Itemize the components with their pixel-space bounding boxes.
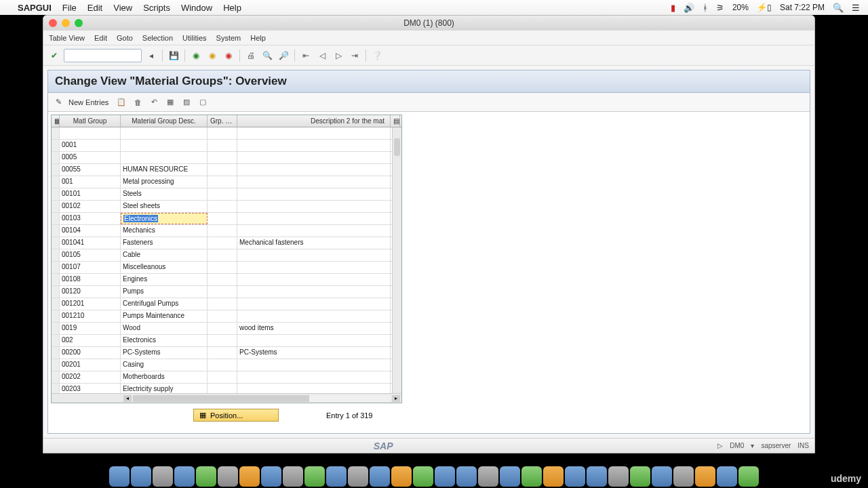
battery-icon[interactable]: ⚡▯ (757, 3, 772, 12)
row-selector[interactable] (52, 164, 60, 176)
mac-menu-edit[interactable]: Edit (87, 3, 102, 13)
col-desc[interactable]: Material Group Desc. (121, 115, 208, 127)
row-selector[interactable] (52, 310, 60, 322)
dock-item[interactable] (630, 466, 650, 487)
dock-item[interactable] (239, 466, 260, 487)
cell-c3[interactable] (208, 176, 237, 188)
dock-item[interactable] (587, 466, 607, 487)
cell-c4[interactable] (237, 274, 391, 285)
cancel-icon[interactable]: ◉ (222, 49, 235, 62)
table-row[interactable]: 00101Steels (52, 188, 401, 201)
dock-item[interactable] (348, 466, 368, 487)
copy-icon[interactable]: 📋 (115, 96, 127, 108)
horizontal-scrollbar[interactable]: ◂ ▸ (52, 393, 401, 403)
table-row[interactable]: 00105Cable (52, 249, 401, 262)
row-selector[interactable] (52, 213, 60, 224)
deselect-icon[interactable]: ▢ (197, 96, 209, 108)
dock-item[interactable] (565, 466, 585, 487)
menu-selection[interactable]: Selection (142, 34, 173, 42)
recording-icon[interactable]: ▮ (671, 3, 675, 13)
nav-icon[interactable]: ▷ (717, 442, 723, 449)
cell-c4[interactable] (237, 176, 391, 188)
menu-help[interactable]: Help (250, 34, 266, 42)
next-page-icon[interactable]: ▷ (332, 49, 345, 62)
cell-c4[interactable] (237, 298, 391, 310)
cell-c4[interactable] (237, 249, 391, 261)
cell-c1[interactable]: 0001 (60, 140, 121, 151)
cell-c3[interactable] (208, 237, 237, 249)
menu-icon[interactable]: ☰ (852, 3, 860, 13)
cell-c1[interactable]: 001201 (60, 298, 121, 310)
dock-item[interactable] (283, 466, 303, 487)
dock-item[interactable] (304, 466, 325, 487)
dropdown-icon[interactable]: ◂ (144, 49, 158, 62)
table-row[interactable]: 0001 (52, 140, 401, 152)
row-selector[interactable] (52, 188, 60, 200)
cell-c1[interactable]: 001041 (60, 237, 121, 249)
cell-c4[interactable]: Mechanical fasteners (237, 237, 391, 249)
mac-menu-window[interactable]: Window (181, 3, 212, 13)
cell-c4[interactable] (237, 310, 391, 322)
row-selector[interactable] (52, 152, 60, 163)
menu-table-view[interactable]: Table View (49, 34, 85, 42)
cell-c4[interactable] (237, 164, 391, 176)
row-selector[interactable] (52, 359, 60, 371)
mac-menu-file[interactable]: File (62, 3, 77, 13)
table-row[interactable]: 00203Electricity supply (52, 384, 401, 393)
print-icon[interactable]: 🖨 (244, 49, 258, 62)
row-selector[interactable] (52, 201, 60, 212)
cell-c2[interactable]: Steels (121, 188, 208, 200)
row-selector[interactable] (52, 286, 60, 298)
cell-c3[interactable] (208, 371, 237, 383)
cell-c1[interactable]: 00202 (60, 371, 121, 383)
dock-item[interactable] (131, 466, 151, 487)
row-selector[interactable] (52, 323, 60, 334)
scroll-right-icon[interactable]: ▸ (392, 395, 400, 402)
cell-c4[interactable] (237, 384, 391, 393)
cell-c2[interactable]: Pumps (121, 286, 208, 298)
cell-c1[interactable]: 00201 (60, 359, 121, 371)
status-system[interactable]: DM0 (730, 442, 744, 449)
dock-item[interactable] (391, 466, 412, 487)
spotlight-icon[interactable]: 🔍 (833, 3, 844, 13)
dock-item[interactable] (413, 466, 433, 487)
close-icon[interactable] (49, 19, 57, 27)
table-row[interactable]: 001201Centrifugal Pumps (52, 298, 401, 310)
undo-icon[interactable]: ↶ (148, 96, 160, 108)
cell-c2[interactable]: Engines (121, 274, 208, 285)
row-selector[interactable] (52, 335, 60, 346)
dock-item[interactable] (174, 466, 195, 487)
cell-c3[interactable] (208, 213, 237, 224)
cell-c4[interactable] (237, 188, 391, 200)
mac-menu-help[interactable]: Help (223, 3, 241, 13)
position-button[interactable]: ▦ Position... (193, 409, 279, 422)
dock-item[interactable] (435, 466, 455, 487)
cell-c2[interactable] (121, 140, 208, 151)
cell-c4[interactable] (237, 371, 391, 383)
cell-c3[interactable] (208, 164, 237, 176)
cell-c2[interactable]: Wood (121, 323, 208, 334)
cell-c1[interactable]: 0019 (60, 323, 121, 334)
cell-c2[interactable]: Steel sheets (121, 201, 208, 212)
prev-page-icon[interactable]: ◁ (315, 49, 329, 62)
table-row[interactable] (52, 127, 401, 140)
cell-c2[interactable]: Mechanics (121, 225, 208, 237)
dock-item[interactable] (521, 466, 542, 487)
cell-c3[interactable] (208, 384, 237, 393)
battery-percent[interactable]: 20% (732, 3, 749, 12)
vertical-scrollbar[interactable] (392, 127, 401, 393)
row-selector[interactable] (52, 384, 60, 393)
col-desc2[interactable]: Description 2 for the mat (237, 115, 391, 127)
cell-c1[interactable]: 002 (60, 335, 121, 346)
dock-item[interactable] (153, 466, 173, 487)
dock-item[interactable] (608, 466, 629, 487)
table-row[interactable]: 00200PC-SystemsPC-Systems (52, 347, 401, 359)
cell-c3[interactable] (208, 335, 237, 346)
cell-c1[interactable]: 00203 (60, 384, 121, 393)
volume-icon[interactable]: 🔊 (684, 3, 694, 13)
cell-c1[interactable] (60, 127, 121, 139)
find-next-icon[interactable]: 🔎 (277, 49, 290, 62)
cell-c4[interactable] (237, 225, 391, 237)
cell-c3[interactable] (208, 359, 237, 371)
back-icon[interactable]: ◉ (189, 49, 203, 62)
